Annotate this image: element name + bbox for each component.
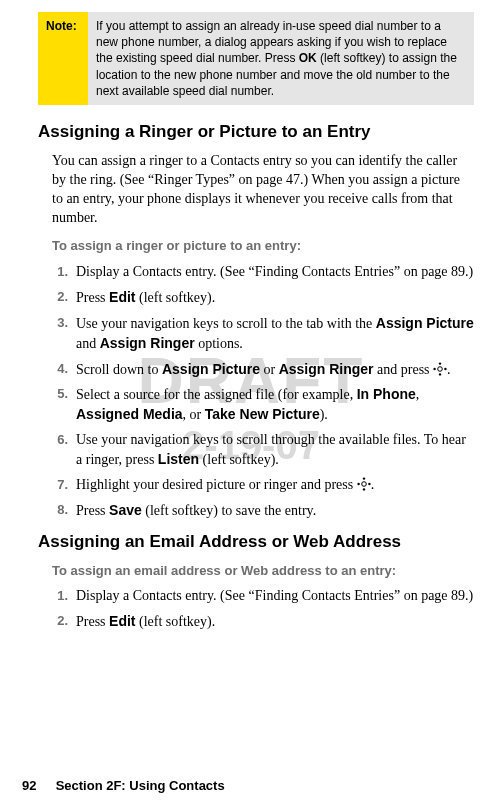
svg-point-5 <box>361 482 366 487</box>
svg-point-8 <box>357 483 359 485</box>
svg-point-2 <box>439 373 441 375</box>
step-body: Press Save (left softkey) to save the en… <box>76 501 474 521</box>
text: . <box>447 362 451 377</box>
bold-text: Assign Picture <box>162 361 260 377</box>
step-1: 1. Display a Contacts entry. (See “Findi… <box>52 587 474 606</box>
text: Highlight your desired picture or ringer… <box>76 477 357 492</box>
step-body: Highlight your desired picture or ringer… <box>76 476 474 495</box>
step-number: 6. <box>52 431 76 470</box>
page-number: 92 <box>22 777 52 795</box>
step-body: Scroll down to Assign Picture or Assign … <box>76 360 474 380</box>
text: Press <box>76 290 109 305</box>
bold-text: Edit <box>109 289 135 305</box>
bold-text: Assign Picture <box>376 315 474 331</box>
text: Select a source for the assigned file (f… <box>76 387 357 402</box>
step-number: 2. <box>52 612 76 632</box>
text: Press <box>76 614 109 629</box>
bold-text: Edit <box>109 613 135 629</box>
text: and press <box>374 362 434 377</box>
page-footer: 92 Section 2F: Using Contacts <box>0 777 502 795</box>
steps-ringer-picture: 1. Display a Contacts entry. (See “Findi… <box>52 263 474 521</box>
text: (left softkey). <box>136 290 216 305</box>
text: , <box>416 387 420 402</box>
step-number: 2. <box>52 288 76 308</box>
text: Use your navigation keys to scroll to th… <box>76 316 376 331</box>
svg-point-1 <box>439 362 441 364</box>
bold-text: Take New Picture <box>205 406 320 422</box>
bold-text: In Phone <box>357 386 416 402</box>
step-1: 1. Display a Contacts entry. (See “Findi… <box>52 263 474 282</box>
note-label: Note: <box>38 12 88 105</box>
text: (left softkey). <box>199 452 279 467</box>
step-body: Press Edit (left softkey). <box>76 612 474 632</box>
text: , or <box>183 407 205 422</box>
step-number: 1. <box>52 263 76 282</box>
step-number: 5. <box>52 385 76 425</box>
text: options. <box>195 336 243 351</box>
heading-ringer-picture: Assigning a Ringer or Picture to an Entr… <box>38 121 474 144</box>
svg-point-0 <box>438 366 443 371</box>
step-body: Display a Contacts entry. (See “Finding … <box>76 263 474 282</box>
nav-key-icon <box>433 362 447 376</box>
step-6: 6. Use your navigation keys to scroll th… <box>52 431 474 470</box>
nav-key-icon <box>357 477 371 491</box>
footer-section: Section 2F: Using Contacts <box>56 778 225 793</box>
svg-point-6 <box>363 477 365 479</box>
text: or <box>260 362 279 377</box>
step-5: 5. Select a source for the assigned file… <box>52 385 474 425</box>
svg-point-7 <box>363 488 365 490</box>
bold-text: Listen <box>158 451 199 467</box>
step-8: 8. Press Save (left softkey) to save the… <box>52 501 474 521</box>
intro-paragraph: You can assign a ringer to a Contacts en… <box>52 152 474 228</box>
step-body: Use your navigation keys to scroll throu… <box>76 431 474 470</box>
bold-text: Save <box>109 502 142 518</box>
step-2: 2. Press Edit (left softkey). <box>52 288 474 308</box>
steps-email-web: 1. Display a Contacts entry. (See “Findi… <box>52 587 474 632</box>
subhead-email-web: To assign an email address or Web addres… <box>52 562 474 580</box>
bold-text: Assign Ringer <box>100 335 195 351</box>
step-number: 8. <box>52 501 76 521</box>
text: Scroll down to <box>76 362 162 377</box>
step-7: 7. Highlight your desired picture or rin… <box>52 476 474 495</box>
step-number: 7. <box>52 476 76 495</box>
text: Press <box>76 503 109 518</box>
subhead-ringer-picture: To assign a ringer or picture to an entr… <box>52 237 474 255</box>
step-2: 2. Press Edit (left softkey). <box>52 612 474 632</box>
step-3: 3. Use your navigation keys to scroll to… <box>52 314 474 354</box>
text: and <box>76 336 100 351</box>
step-number: 1. <box>52 587 76 606</box>
bold-text: Assigned Media <box>76 406 183 422</box>
step-number: 4. <box>52 360 76 380</box>
text: ). <box>320 407 328 422</box>
heading-email-web: Assigning an Email Address or Web Addres… <box>38 531 474 554</box>
step-number: 3. <box>52 314 76 354</box>
note-body: If you attempt to assign an already in-u… <box>88 12 474 105</box>
step-body: Select a source for the assigned file (f… <box>76 385 474 425</box>
text: . <box>371 477 375 492</box>
note-box: Note: If you attempt to assign an alread… <box>38 12 474 105</box>
step-body: Display a Contacts entry. (See “Finding … <box>76 587 474 606</box>
svg-point-3 <box>433 367 435 369</box>
text: (left softkey). <box>136 614 216 629</box>
text: (left softkey) to save the entry. <box>142 503 316 518</box>
step-4: 4. Scroll down to Assign Picture or Assi… <box>52 360 474 380</box>
bold-text: Assign Ringer <box>279 361 374 377</box>
note-ok: OK <box>299 51 317 65</box>
step-body: Press Edit (left softkey). <box>76 288 474 308</box>
step-body: Use your navigation keys to scroll to th… <box>76 314 474 354</box>
